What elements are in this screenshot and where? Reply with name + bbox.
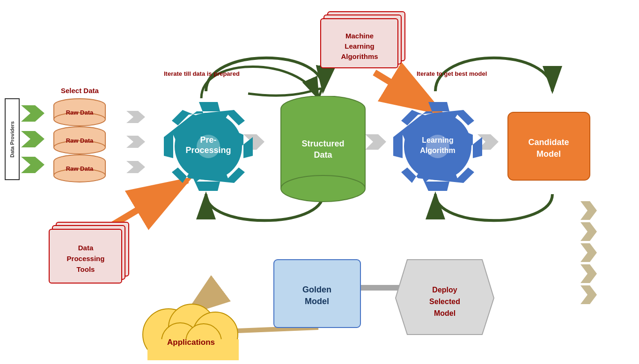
- provider-arrow-3: [21, 157, 44, 173]
- svg-text:Learning: Learning: [422, 136, 454, 144]
- raw-arrow-2: [126, 136, 145, 148]
- svg-text:Selected: Selected: [429, 298, 460, 306]
- svg-text:Data: Data: [314, 150, 332, 160]
- svg-text:Candidate: Candidate: [528, 138, 569, 147]
- data-providers-box: Data Providers: [5, 98, 20, 180]
- candidate-model: Candidate Model: [506, 108, 595, 191]
- svg-text:Golden: Golden: [302, 285, 331, 294]
- ml-algorithms-cards: Machine Learning Algorithms: [318, 9, 412, 84]
- select-data-label: Select Data: [61, 87, 99, 95]
- svg-text:Model: Model: [536, 149, 561, 159]
- svg-text:Processing: Processing: [67, 255, 105, 262]
- cascade-5: [580, 285, 597, 304]
- cascade-2: [580, 222, 597, 241]
- data-providers-label: Data Providers: [9, 121, 15, 158]
- cascade-4: [580, 264, 597, 283]
- golden-model-box: Golden Model: [272, 257, 363, 334]
- deploy-selected-model: Deploy Selected Model: [393, 257, 496, 341]
- svg-text:Model: Model: [305, 297, 329, 306]
- svg-text:Raw Data: Raw Data: [66, 137, 94, 144]
- svg-text:Algorithms: Algorithms: [341, 52, 378, 60]
- raw-arrow-1: [126, 111, 145, 123]
- svg-text:Algorithm: Algorithm: [420, 146, 455, 154]
- raw-data-1: Raw Data: [51, 98, 108, 131]
- applications-cloud: Applications: [131, 297, 253, 362]
- svg-text:Tools: Tools: [77, 265, 95, 273]
- raw-arrow-3: [126, 161, 145, 173]
- svg-marker-59: [396, 260, 494, 335]
- provider-arrow-1: [21, 105, 44, 122]
- svg-text:Model: Model: [434, 309, 455, 317]
- svg-text:Data: Data: [78, 244, 94, 252]
- svg-text:Raw Data: Raw Data: [66, 109, 94, 116]
- preprocessing-gear: Pre- Processing: [164, 101, 253, 194]
- cascade-3: [580, 243, 597, 262]
- svg-text:Machine: Machine: [345, 32, 374, 40]
- svg-text:Learning: Learning: [345, 42, 374, 50]
- cascade-1: [580, 201, 597, 220]
- learning-cycle-bottom: [435, 194, 552, 220]
- svg-text:Pre-: Pre-: [200, 135, 216, 145]
- provider-arrow-2: [21, 131, 44, 147]
- diagram-container: Data Providers Select Data Raw Data Raw …: [0, 0, 639, 364]
- raw-data-2: Raw Data: [51, 126, 108, 159]
- learning-algorithm-gear: Learning Algorithm: [393, 101, 482, 194]
- svg-text:Processing: Processing: [185, 146, 231, 155]
- svg-text:Structured: Structured: [301, 139, 344, 148]
- svg-text:Applications: Applications: [167, 338, 215, 347]
- structured-data: Structured Data: [276, 96, 370, 208]
- raw-data-3: Raw Data: [51, 154, 108, 187]
- svg-point-33: [281, 175, 365, 202]
- data-processing-tools-cards: Data Processing Tools: [47, 220, 140, 297]
- iterate-model-label: Iterate to get best model: [417, 70, 487, 77]
- svg-text:Deploy: Deploy: [432, 286, 457, 294]
- iterate-data-label: Iterate till data is prepared: [164, 70, 240, 77]
- svg-text:Raw Data: Raw Data: [66, 165, 94, 172]
